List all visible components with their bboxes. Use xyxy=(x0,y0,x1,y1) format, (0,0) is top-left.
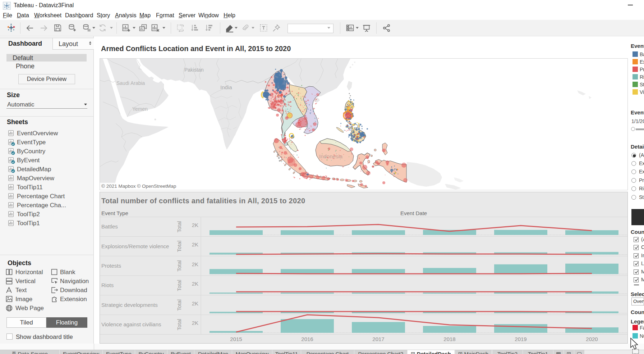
svg-text:2018: 2018 xyxy=(443,336,455,342)
svg-text:2K: 2K xyxy=(192,222,198,228)
svg-text:Riots: Riots xyxy=(101,282,114,288)
svg-text:Total: Total xyxy=(176,241,182,252)
svg-text:2020: 2020 xyxy=(586,336,598,342)
svg-text:ToolTip1: ToolTip1 xyxy=(17,220,40,227)
svg-text:Percentage Chart: Percentage Chart xyxy=(17,193,65,200)
svg-text:Violence against civilians: Violence against civilians xyxy=(101,321,161,327)
svg-text:2015: 2015 xyxy=(230,336,242,342)
svg-text:EventOverview: EventOverview xyxy=(17,130,58,137)
svg-text:DetailedMap: DetailedMap xyxy=(17,166,51,173)
svg-text:Battles: Battles xyxy=(101,223,118,230)
svg-text:Total: Total xyxy=(176,221,182,232)
svg-text:Navigation: Navigation xyxy=(60,278,89,285)
svg-text:2K: 2K xyxy=(192,300,198,307)
svg-text:Total: Total xyxy=(176,319,182,330)
svg-text:Horizontal: Horizontal xyxy=(15,269,43,276)
svg-text:Vertical: Vertical xyxy=(15,278,36,285)
svg-text:Download: Download xyxy=(60,287,87,294)
svg-text:Yemen: Yemen xyxy=(132,106,148,112)
svg-text:MapOverview: MapOverview xyxy=(17,175,55,182)
svg-text:ToolTip11: ToolTip11 xyxy=(17,184,43,191)
svg-text:2016: 2016 xyxy=(301,336,313,342)
svg-text:ToolTip2: ToolTip2 xyxy=(17,211,40,218)
svg-text:Saudi Arabia: Saudi Arabia xyxy=(116,80,145,86)
svg-text:Total number of conflicts and: Total number of conflicts and fatalities… xyxy=(101,197,305,205)
svg-text:Event Type: Event Type xyxy=(101,210,128,216)
svg-text:Protests: Protests xyxy=(101,263,121,269)
svg-text:Percentage Cha...: Percentage Cha... xyxy=(17,202,66,209)
svg-text:2K: 2K xyxy=(192,241,198,248)
svg-text:Event Date: Event Date xyxy=(400,210,427,216)
svg-text:Blank: Blank xyxy=(60,269,75,276)
svg-text:2K: 2K xyxy=(192,261,198,267)
svg-text:Total: Total xyxy=(176,260,182,272)
svg-text:India: India xyxy=(220,84,232,90)
svg-text:ByCountry: ByCountry xyxy=(17,148,46,155)
svg-text:2017: 2017 xyxy=(372,336,384,342)
svg-text:Text: Text xyxy=(15,287,27,294)
svg-text:ByEvent: ByEvent xyxy=(17,157,40,164)
svg-text:EventType: EventType xyxy=(17,139,46,146)
svg-text:2K: 2K xyxy=(192,320,198,326)
svg-text:Pakistan: Pakistan xyxy=(184,67,204,73)
svg-text:Web Page: Web Page xyxy=(15,305,44,312)
svg-text:Strategic developments: Strategic developments xyxy=(101,302,158,308)
svg-text:2019: 2019 xyxy=(515,336,526,342)
svg-text:Indonesia: Indonesia xyxy=(319,153,343,159)
svg-text:2K: 2K xyxy=(192,281,198,287)
svg-text:Extension: Extension xyxy=(60,296,87,303)
svg-text:Total: Total xyxy=(176,299,182,311)
svg-text:Total: Total xyxy=(176,280,182,291)
svg-text:Explosions/Remote violence: Explosions/Remote violence xyxy=(101,243,169,249)
svg-text:Image: Image xyxy=(15,296,32,303)
